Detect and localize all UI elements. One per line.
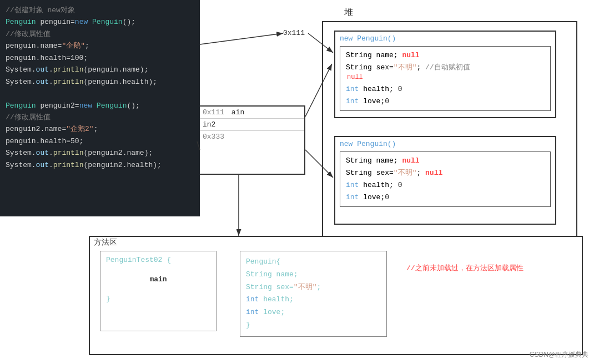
heap-outer-box: new Penguin() String name; null String s… [322,21,577,237]
penguin-box-line5: int love; [246,306,381,319]
heap-field-love1: int love;0 [346,95,545,108]
svg-line-0 [200,33,283,44]
heap-box-1: new Penguin() String name; null String s… [334,31,556,118]
method-penguintest-box: PenguinTest02 { main } [100,251,217,331]
stack-penguin2-row: in2 [198,119,304,131]
method-penguintest-label: PenguinTest02 { [106,256,210,264]
method-comment: //之前未加载过，在方法区加载属性 [406,262,523,275]
penguin-box-line1: Penguin{ [246,256,381,269]
code-line-9: //修改属性值 [6,112,194,123]
code-line-4: penguin.name="企鹅"; [6,40,194,52]
code-line-13: System.out.println(penguin2.health); [6,159,194,171]
method-penguintest-close: } [106,295,210,303]
code-line-7: System.out.println(penguin.health); [6,76,194,88]
code-line-5: penguin.health=100; [6,52,194,64]
heap-box2-label: new Penguin() [335,137,555,149]
penguin-box-line6: } [246,319,381,332]
method-main-bold: main [106,275,210,284]
heap-field-sex2: String sex="不明"; null [346,167,545,179]
heap-field-name2: String name; null [346,155,545,167]
method-area: PenguinTest02 { main } Penguin{ String n… [89,236,583,355]
heap-field-name1: String name; null [346,49,545,62]
addr-0x111-top: 0x111 [283,29,305,37]
code-line-12: System.out.println(penguin2.name); [6,147,194,159]
heap-box1-fields: String name; null String sex="不明"; //自动赋… [340,46,551,111]
code-line-1: //创建对象 new对象 [6,4,194,16]
method-area-label: 方法区 [92,237,119,247]
heap-label: 堆 [344,7,353,18]
code-line-6: System.out.println(penguin.name); [6,64,194,75]
code-line-3: //修改属性值 [6,28,194,40]
heap-field-health1: int health; 0 [346,83,545,95]
penguin-box-line3: String sex="不明"; [246,281,381,294]
heap-box1-label: new Penguin() [335,32,555,44]
code-line-10: penguin2.name="企鹅2"; [6,123,194,135]
stack-addr-0x333-row: 0x333 [198,131,304,143]
code-line-blank [6,88,194,99]
stack-addr-0x111-row: 0x111 ain [198,107,304,119]
heap-box2-fields: String name; null String sex="不明"; null … [340,151,551,207]
heap-field-health2: int health; 0 [346,179,545,191]
stack-vars-box: 0x111 ain in2 0x333 [197,105,305,175]
code-panel: //创建对象 new对象 Penguin penguin=new Penguin… [0,0,200,216]
heap-box-2: new Penguin() String name; null String s… [334,136,556,225]
penguin-box-line2: String name; [246,269,381,281]
penguin-box-line4: int health; [246,294,381,306]
code-line-2: Penguin penguin=new Penguin(); [6,16,194,28]
heap-field-love2: int love;0 [346,191,545,204]
code-line-11: penguin.health=50; [6,135,194,147]
method-penguin-box: Penguin{ String name; String sex="不明"; i… [240,251,387,337]
code-line-8: Penguin penguin2=new Penguin(); [6,100,194,112]
watermark: CSDN@程序媛典典 [530,350,588,360]
